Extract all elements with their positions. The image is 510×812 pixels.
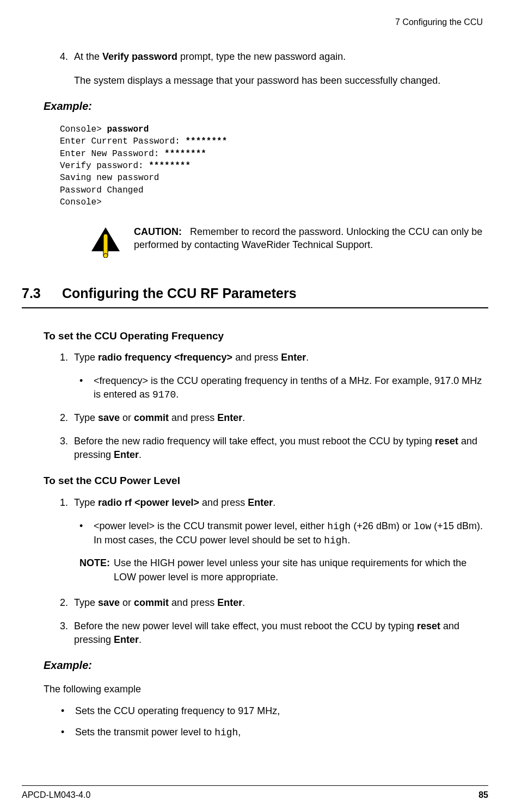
note-block: NOTE: Use the HIGH power level unless yo… [60, 556, 483, 584]
footer-page-number: 85 [478, 789, 488, 801]
example-heading-2: Example: [44, 658, 483, 673]
freq-step-2-text: Type save or commit and press Enter. [74, 412, 245, 423]
power-step-2-text: Type save or commit and press Enter. [74, 597, 245, 608]
power-step-1: 1. Type radio rf <power level> and press… [60, 496, 483, 510]
freq-step-1-text: Type radio frequency <frequency> and pre… [74, 352, 309, 363]
list-number: 1. [60, 496, 68, 510]
freq-step-3-text: Before the new radio frequency will take… [74, 436, 477, 460]
freq-step-1-bullet: • <frequency> is the CCU operating frequ… [60, 374, 483, 402]
console-output-1: Console> password Enter Current Password… [60, 123, 483, 209]
svg-point-2 [103, 253, 108, 258]
list-number: 2. [60, 411, 68, 425]
bullet-icon: • [79, 519, 83, 533]
bullet-icon: • [61, 704, 64, 718]
section-rule [22, 307, 488, 308]
freq-step-1: 1. Type radio frequency <frequency> and … [60, 351, 483, 364]
bullet-icon: • [61, 726, 64, 739]
caution-block: CAUTION: Remember to record the password… [60, 225, 483, 258]
example-2-bullet-2: • Sets the transmit power level to high, [54, 726, 483, 740]
step-4: 4. At the Verify password prompt, type t… [60, 50, 483, 64]
freq-step-2: 2. Type save or commit and press Enter. [60, 411, 483, 425]
section-number: 7.3 [22, 284, 62, 303]
power-step-2: 2. Type save or commit and press Enter. [60, 596, 483, 610]
page-footer: APCD-LM043-4.0 85 [22, 785, 488, 801]
bullet-icon: • [79, 374, 83, 388]
step-4-number: 4. [60, 50, 68, 64]
list-number: 3. [60, 619, 68, 633]
list-number: 2. [60, 596, 68, 610]
power-step-1-text: Type radio rf <power level> and press En… [74, 497, 275, 508]
power-bullet-text: <power level> is the CCU transmit power … [94, 520, 483, 546]
list-number: 1. [60, 351, 68, 364]
power-step-3-text: Before the new power level will take eff… [74, 621, 459, 645]
list-number: 3. [60, 435, 68, 448]
power-step-3: 3. Before the new power level will take … [60, 619, 483, 647]
power-step-1-bullet: • <power level> is the CCU transmit powe… [60, 519, 483, 548]
footer-doc-id: APCD-LM043-4.0 [22, 789, 90, 801]
caution-triangle-icon [89, 225, 122, 258]
note-text: Use the HIGH power level unless your sit… [114, 556, 481, 584]
step-4-result: The system displays a message that your … [60, 74, 483, 88]
caution-text: CAUTION: Remember to record the password… [134, 225, 483, 252]
step-4-text: At the Verify password prompt, type the … [74, 51, 346, 62]
subheading-operating-frequency: To set the CCU Operating Frequency [44, 329, 483, 344]
section-7-3-heading: 7.3Configuring the CCU RF Parameters [22, 284, 483, 303]
section-title: Configuring the CCU RF Parameters [62, 286, 297, 301]
example-2-bullet-1: • Sets the CCU operating frequency to 91… [54, 704, 483, 718]
freq-step-3: 3. Before the new radio frequency will t… [60, 435, 483, 462]
subheading-power-level: To set the CCU Power Level [44, 474, 483, 488]
freq-bullet-text: <frequency> is the CCU operating frequen… [94, 375, 482, 400]
example-heading-1: Example: [44, 98, 483, 114]
example-2-bullet-2-text: Sets the transmit power level to high, [75, 727, 241, 737]
page-header-chapter: 7 Configuring the CCU [22, 16, 488, 28]
example-2-intro: The following example [44, 683, 483, 696]
note-label: NOTE: [79, 556, 111, 570]
example-2-bullet-1-text: Sets the CCU operating frequency to 917 … [75, 705, 280, 716]
